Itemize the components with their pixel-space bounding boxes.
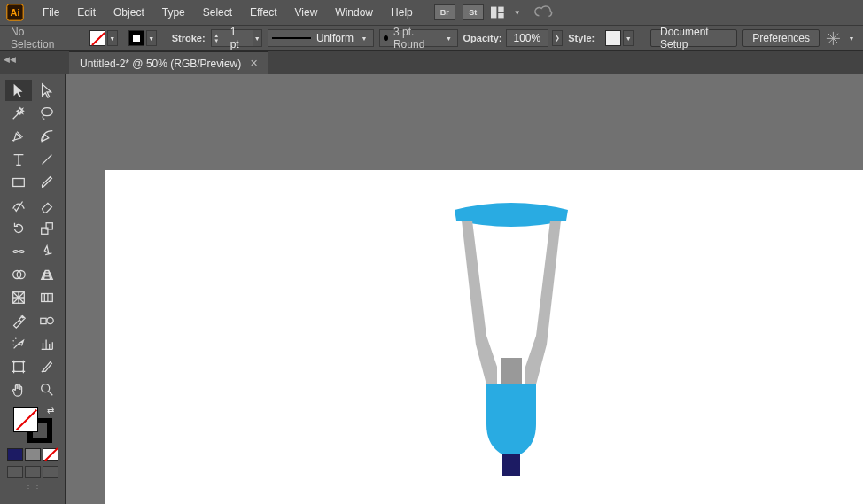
- stroke-dropdown[interactable]: ▼: [146, 30, 157, 46]
- paintbrush-tool[interactable]: [34, 172, 60, 193]
- panel-resize-grip-icon[interactable]: ⋮⋮: [24, 484, 42, 493]
- menu-edit[interactable]: Edit: [68, 3, 105, 22]
- menu-bar: Ai File Edit Object Type Select Effect V…: [0, 0, 863, 25]
- arrange-documents-icon[interactable]: [491, 6, 510, 19]
- brush-label: 3 pt. Round: [393, 26, 439, 50]
- opacity-value[interactable]: 100%: [506, 29, 549, 47]
- canvas-area[interactable]: [66, 74, 863, 504]
- direct-selection-tool[interactable]: [34, 80, 60, 101]
- swap-fill-stroke-icon[interactable]: ⇄: [47, 406, 54, 415]
- tools-panel: ⇄ ⋮⋮: [0, 74, 66, 504]
- menu-view[interactable]: View: [286, 3, 327, 22]
- blend-tool[interactable]: [34, 310, 60, 331]
- svg-rect-3: [498, 7, 503, 12]
- lasso-tool[interactable]: [34, 103, 60, 124]
- svg-rect-13: [40, 318, 45, 323]
- type-tool[interactable]: [5, 149, 32, 170]
- symbol-sprayer-tool[interactable]: [5, 333, 32, 354]
- stroke-weight-dropdown[interactable]: ▼: [253, 30, 260, 46]
- svg-rect-6: [12, 179, 24, 187]
- mesh-tool[interactable]: [5, 287, 32, 308]
- fill-dropdown[interactable]: ▼: [107, 30, 118, 46]
- shape-builder-tool[interactable]: [5, 264, 32, 285]
- document-setup-button[interactable]: Document Setup: [650, 29, 737, 47]
- artboard-tool[interactable]: [5, 356, 32, 377]
- close-tab-icon[interactable]: ✕: [250, 58, 258, 69]
- align-flyout-icon[interactable]: [825, 29, 842, 47]
- scale-tool[interactable]: [34, 218, 60, 239]
- shaper-tool[interactable]: [5, 195, 32, 216]
- selection-tool[interactable]: [5, 80, 32, 101]
- graphic-style[interactable]: ▼: [605, 30, 634, 46]
- menu-object[interactable]: Object: [105, 3, 153, 22]
- menu-type[interactable]: Type: [153, 3, 194, 22]
- hand-tool[interactable]: [5, 379, 32, 400]
- fill-color-icon[interactable]: [13, 407, 38, 432]
- menu-effect[interactable]: Effect: [241, 3, 285, 22]
- menu-help[interactable]: Help: [382, 3, 422, 22]
- svg-rect-7: [41, 228, 47, 234]
- color-mode-none[interactable]: [43, 448, 58, 461]
- document-tab[interactable]: Untitled-2* @ 50% (RGB/Preview) ✕: [69, 51, 268, 74]
- arrange-documents-dropdown[interactable]: ▼: [514, 9, 521, 17]
- draw-behind[interactable]: [25, 466, 41, 478]
- sync-settings-icon[interactable]: [533, 3, 553, 22]
- menu-select[interactable]: Select: [194, 3, 241, 22]
- align-dropdown[interactable]: ▼: [847, 30, 856, 46]
- variable-width-profile[interactable]: Uniform ▼: [268, 29, 374, 47]
- style-dropdown[interactable]: ▼: [623, 30, 634, 46]
- line-segment-tool[interactable]: [34, 149, 60, 170]
- eraser-tool[interactable]: [34, 195, 60, 216]
- stroke-weight-value[interactable]: 1 pt: [222, 26, 253, 50]
- opacity-value-text: 100%: [514, 32, 541, 44]
- column-graph-tool[interactable]: [34, 333, 60, 354]
- magic-wand-tool[interactable]: [5, 103, 32, 124]
- curvature-tool[interactable]: [34, 126, 60, 147]
- rectangle-tool[interactable]: [5, 172, 32, 193]
- style-label[interactable]: Style:: [568, 33, 595, 43]
- svg-point-16: [41, 384, 49, 392]
- stroke-weight-stepper[interactable]: ▲▼ 1 pt ▼: [211, 29, 262, 47]
- profile-dropdown[interactable]: ▼: [359, 30, 369, 46]
- stepper-arrows-icon[interactable]: ▲▼: [212, 33, 222, 43]
- svg-marker-18: [525, 221, 561, 384]
- rotate-tool[interactable]: [5, 218, 32, 239]
- bridge-button[interactable]: Br: [434, 4, 455, 20]
- slice-tool[interactable]: [34, 356, 60, 377]
- color-mode-solid[interactable]: [7, 448, 23, 461]
- draw-normal[interactable]: [7, 466, 23, 478]
- svg-rect-8: [46, 223, 52, 229]
- brush-definition[interactable]: 3 pt. Round ▼: [379, 29, 458, 47]
- opacity-label[interactable]: Opacity:: [463, 33, 502, 43]
- zoom-tool[interactable]: [34, 379, 60, 400]
- stock-button[interactable]: St: [463, 4, 484, 20]
- artboard[interactable]: [105, 170, 863, 504]
- free-transform-tool[interactable]: [34, 241, 60, 262]
- stroke-swatch-group[interactable]: ▼: [128, 30, 157, 46]
- document-tab-strip: Untitled-2* @ 50% (RGB/Preview) ✕: [0, 51, 863, 74]
- fill-swatch-group[interactable]: ▼: [89, 30, 118, 46]
- gradient-tool[interactable]: [34, 287, 60, 308]
- menu-file[interactable]: File: [34, 3, 68, 22]
- style-swatch-icon[interactable]: [605, 30, 621, 46]
- svg-rect-2: [491, 7, 496, 19]
- pen-tool[interactable]: [5, 126, 32, 147]
- width-tool[interactable]: [5, 241, 32, 262]
- svg-point-14: [47, 317, 53, 323]
- artwork-crutch[interactable]: [449, 194, 573, 489]
- preferences-button[interactable]: Preferences: [742, 29, 820, 47]
- draw-inside[interactable]: [43, 466, 58, 478]
- eyedropper-tool[interactable]: [5, 310, 32, 331]
- menu-window[interactable]: Window: [326, 3, 382, 22]
- fill-stroke-indicator[interactable]: ⇄: [13, 407, 52, 443]
- fill-swatch-none-icon[interactable]: [89, 30, 105, 46]
- stroke-swatch-icon[interactable]: [128, 30, 144, 46]
- selection-status: No Selection: [7, 24, 66, 52]
- stroke-label[interactable]: Stroke:: [172, 33, 206, 43]
- perspective-grid-tool[interactable]: [34, 264, 60, 285]
- color-mode-gradient[interactable]: [25, 448, 41, 461]
- opacity-dropdown[interactable]: ❯: [552, 30, 563, 46]
- svg-point-5: [41, 108, 52, 116]
- brush-dropdown[interactable]: ▼: [445, 30, 454, 46]
- panel-collapse-icon[interactable]: ◀◀: [4, 55, 16, 66]
